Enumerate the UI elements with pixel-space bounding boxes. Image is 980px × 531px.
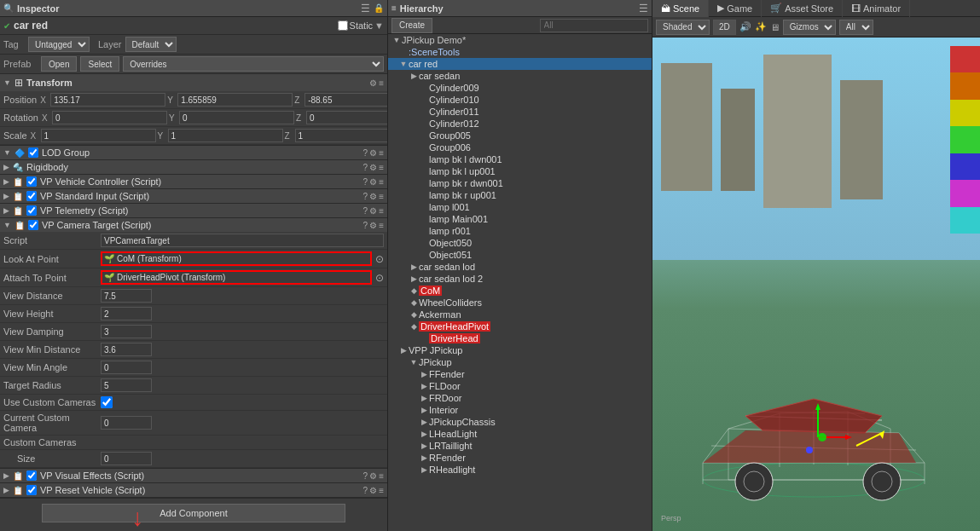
tree-item-lrtaillight[interactable]: ▶LRTaillight [388,440,652,452]
tree-item-lamp-r001[interactable]: lamp r001 [388,225,652,237]
panel-lock-icon[interactable]: 🔒 [374,3,384,13]
transform-icon-1[interactable]: ⚙ [369,78,377,88]
tree-item-vpp-jpickup[interactable]: ▶VPP JPickup [388,344,652,356]
target-radius-input[interactable] [101,378,152,392]
vps-icon-help[interactable]: ? [363,192,368,201]
tree-item-rheadlight[interactable]: ▶RHeadlight [388,464,652,476]
panel-menu-icon[interactable]: ☰ [361,3,370,14]
look-at-pick[interactable]: ⊙ [375,253,384,265]
object-enabled-checkbox[interactable]: ✔ [3,21,10,31]
tree-item-lamp-bk-l-dwn001[interactable]: lamp bk l dwn001 [388,153,652,165]
rot-z-input[interactable] [306,111,387,124]
ct-enabled[interactable] [28,220,38,230]
vpve-icon-settings[interactable]: ⚙ [369,471,377,481]
tree-item-cylinder010[interactable]: Cylinder010 [388,94,652,106]
tree-item-lamp-bk-l-up001[interactable]: lamp bk l up001 [388,165,652,177]
tree-item-jpickup-chassis[interactable]: ▶JPickupChassis [388,416,652,428]
view-min-angle-input[interactable] [101,361,152,374]
tree-item-car-sedan-lod2[interactable]: ▶car sedan lod 2 [388,273,652,285]
view-min-dist-input[interactable] [101,343,152,356]
scale-y-input[interactable] [168,129,283,142]
ct-icon-help[interactable]: ? [363,221,368,230]
hierarchy-menu-icon[interactable]: ☰ [639,3,648,14]
vprv-icon-menu[interactable]: ≡ [379,486,384,495]
tree-item-lamp-bk-r-up001[interactable]: lamp bk r up001 [388,189,652,201]
transform-header[interactable]: ▼ ⊞ Transform ⚙ ≡ [0,74,387,91]
vpt-icon-help[interactable]: ? [363,206,368,216]
tree-item-jpickup[interactable]: ▼JPickup [388,356,652,368]
tree-item-fldoor[interactable]: ▶FLDoor [388,380,652,392]
vpv-icon-help[interactable]: ? [363,177,368,187]
vprv-enabled[interactable] [26,485,37,495]
rigidbody-header[interactable]: ▶ 🔩 Rigidbody ? ⚙ ≡ [0,160,387,174]
tree-item-lamp-bk-r-dwn001[interactable]: lamp bk r dwn001 [388,177,652,189]
audio-icon[interactable]: 🔊 [739,21,751,32]
all-dropdown[interactable]: All [839,20,873,35]
vpve-enabled[interactable] [26,470,37,481]
lod-header[interactable]: ▼ 🔷 LOD Group ? ⚙ ≡ [0,146,387,159]
pos-y-input[interactable] [177,93,293,107]
vp-reset-header[interactable]: ▶ 📋 VP Reset Vehicle (Script) ? ⚙ ≡ [0,483,387,497]
view-damping-input[interactable] [101,325,152,338]
tree-item-cylinder012[interactable]: Cylinder012 [388,118,652,130]
tree-item-rfender[interactable]: ▶RFender [388,452,652,464]
tree-item-lheadlight[interactable]: ▶LHeadLight [388,428,652,440]
tab-game[interactable]: ▶ Game [709,0,762,17]
tree-item-car-red[interactable]: ▼car red [388,58,652,70]
vprv-icon-settings[interactable]: ⚙ [369,486,377,495]
gizmos-dropdown[interactable]: Gizmos [783,20,836,35]
vpv-icon-menu[interactable]: ≡ [379,177,384,187]
vpv-enabled[interactable] [26,176,37,187]
scale-z-input[interactable] [295,129,387,142]
vps-enabled[interactable] [26,191,37,201]
create-button[interactable]: Create [391,18,432,33]
tree-item-frdoor[interactable]: ▶FRDoor [388,392,652,404]
tree-item-scene-tools[interactable]: :SceneTools [388,46,652,58]
tree-item-cylinder011[interactable]: Cylinder011 [388,106,652,118]
tree-item-lamp-l001[interactable]: lamp l001 [388,201,652,213]
open-button[interactable]: Open [41,56,77,72]
view-dist-input[interactable] [101,289,152,303]
tree-item-car-sedan[interactable]: ▶car sedan [388,70,652,82]
tree-item-interior[interactable]: ▶Interior [388,404,652,416]
vpve-icon-menu[interactable]: ≡ [379,471,384,481]
current-cam-input[interactable] [101,416,152,430]
overrides-dropdown[interactable]: Overrides [123,56,384,72]
vpt-icon-menu[interactable]: ≡ [379,206,384,216]
tab-asset-store[interactable]: 🛒 Asset Store [762,0,843,17]
rb-icon-help[interactable]: ? [363,163,368,172]
tree-item-com[interactable]: ◆CoM [388,285,652,297]
tree-item-group006[interactable]: Group006 [388,141,652,153]
tab-animator[interactable]: 🎞 Animator [843,0,910,17]
vpv-icon-settings[interactable]: ⚙ [369,177,377,187]
tag-dropdown[interactable]: Untagged [28,37,90,52]
lod-icon-settings[interactable]: ⚙ [369,148,377,158]
view-height-input[interactable] [101,307,152,320]
tree-item-group005[interactable]: Group005 [388,130,652,141]
tree-item-cylinder009[interactable]: Cylinder009 [388,82,652,94]
tree-item-driverhead[interactable]: DriverHead [388,332,652,344]
tree-item-driverheadpivot[interactable]: ◆DriverHeadPivot [388,320,652,332]
rot-y-input[interactable] [179,111,294,124]
vps-icon-menu[interactable]: ≡ [379,192,384,201]
add-component-button[interactable]: Add Component [42,504,346,522]
ct-icon-settings[interactable]: ⚙ [369,221,377,230]
vp-vehicle-header[interactable]: ▶ 📋 VP Vehicle Controller (Script) ? ⚙ ≡ [0,175,387,188]
display-icon[interactable]: 🖥 [770,22,780,32]
rot-x-input[interactable] [52,111,167,124]
script-input[interactable] [101,234,384,247]
scene-root[interactable]: ▼ JPickup Demo* [388,34,652,46]
pos-x-input[interactable] [50,93,165,107]
static-dropdown-icon[interactable]: ▼ [374,20,384,31]
use-custom-checkbox[interactable] [101,396,113,408]
transform-icon-2[interactable]: ≡ [379,78,384,88]
shaded-dropdown[interactable]: Shaded [656,20,710,35]
scene-viewport[interactable]: Persp [652,38,980,531]
tab-scene[interactable]: 🏔 Scene [652,0,709,17]
vpt-enabled[interactable] [26,205,37,216]
tree-item-object051[interactable]: Object051 [388,249,652,261]
tree-item-car-sedan-lod[interactable]: ▶car sedan lod [388,261,652,273]
fx-icon[interactable]: ✨ [755,21,767,32]
vps-icon-settings[interactable]: ⚙ [369,192,377,201]
lod-icon-menu[interactable]: ≡ [379,148,384,158]
